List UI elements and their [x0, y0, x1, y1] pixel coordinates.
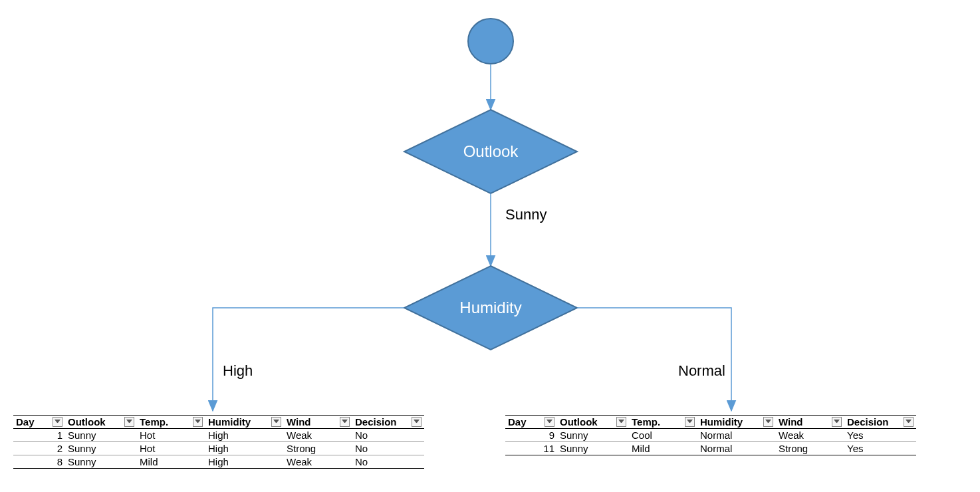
- humidity-label: Humidity: [459, 299, 521, 316]
- col-humidity: Humidity: [205, 416, 284, 429]
- col-wind: Wind: [776, 416, 844, 429]
- cell-decision: Yes: [844, 442, 916, 455]
- filter-dropdown-icon[interactable]: [53, 417, 62, 427]
- filter-dropdown-icon[interactable]: [616, 417, 626, 427]
- col-outlook: Outlook: [65, 416, 137, 429]
- cell-temp: Cool: [629, 429, 697, 442]
- cell-wind: Weak: [776, 429, 844, 442]
- decision-tree-diagram: Outlook Sunny Humidity High Normal DayOu…: [0, 0, 980, 492]
- filter-dropdown-icon[interactable]: [832, 417, 842, 427]
- cell-decision: No: [352, 429, 424, 442]
- filter-dropdown-icon[interactable]: [340, 417, 350, 427]
- table-row: 9SunnyCoolNormalWeakYes: [505, 429, 916, 442]
- cell-decision: No: [352, 442, 424, 455]
- cell-day: 1: [13, 429, 65, 442]
- cell-day: 9: [505, 429, 557, 442]
- edge-humidity-right: [577, 308, 731, 411]
- table-row: 11SunnyMildNormalStrongYes: [505, 442, 916, 455]
- col-decision: Decision: [352, 416, 424, 429]
- cell-wind: Strong: [776, 442, 844, 455]
- table-row: 8SunnyMildHighWeakNo: [13, 455, 424, 469]
- high-humidity-tbody: 1SunnyHotHighWeakNo2SunnyHotHighStrongNo…: [13, 429, 424, 469]
- cell-outlook: Sunny: [557, 429, 629, 442]
- table-header-row: DayOutlookTemp.HumidityWindDecision: [505, 416, 916, 429]
- cell-temp: Hot: [137, 442, 205, 455]
- edge-normal-label: Normal: [678, 362, 725, 379]
- cell-humidity: Normal: [697, 429, 776, 442]
- cell-day: 8: [13, 455, 65, 469]
- cell-outlook: Sunny: [65, 442, 137, 455]
- filter-dropdown-icon[interactable]: [124, 417, 134, 427]
- cell-humidity: High: [205, 455, 284, 469]
- table-header-row: DayOutlookTemp.HumidityWindDecision: [13, 416, 424, 429]
- normal-humidity-tbody: 9SunnyCoolNormalWeakYes11SunnyMildNormal…: [505, 429, 916, 455]
- cell-outlook: Sunny: [557, 442, 629, 455]
- cell-wind: Weak: [284, 455, 352, 469]
- filter-dropdown-icon[interactable]: [412, 417, 422, 427]
- cell-wind: Weak: [284, 429, 352, 442]
- table-row: 1SunnyHotHighWeakNo: [13, 429, 424, 442]
- col-temp: Temp.: [137, 416, 205, 429]
- outlook-label: Outlook: [463, 142, 519, 160]
- cell-decision: No: [352, 455, 424, 469]
- col-temp: Temp.: [629, 416, 697, 429]
- filter-dropdown-icon[interactable]: [193, 417, 203, 427]
- col-decision: Decision: [844, 416, 916, 429]
- cell-humidity: High: [205, 442, 284, 455]
- cell-day: 2: [13, 442, 65, 455]
- col-day: Day: [13, 416, 65, 429]
- cell-humidity: High: [205, 429, 284, 442]
- filter-dropdown-icon[interactable]: [904, 417, 914, 427]
- cell-temp: Mild: [629, 442, 697, 455]
- col-wind: Wind: [284, 416, 352, 429]
- filter-dropdown-icon[interactable]: [685, 417, 695, 427]
- cell-humidity: Normal: [697, 442, 776, 455]
- cell-decision: Yes: [844, 429, 916, 442]
- cell-day: 11: [505, 442, 557, 455]
- col-outlook: Outlook: [557, 416, 629, 429]
- edge-high-label: High: [223, 362, 253, 379]
- normal-humidity-table: DayOutlookTemp.HumidityWindDecision 9Sun…: [505, 415, 916, 455]
- high-humidity-table: DayOutlookTemp.HumidityWindDecision 1Sun…: [13, 415, 424, 469]
- cell-temp: Hot: [137, 429, 205, 442]
- filter-dropdown-icon[interactable]: [545, 417, 554, 427]
- edge-sunny-label: Sunny: [505, 206, 547, 223]
- cell-outlook: Sunny: [65, 455, 137, 469]
- cell-temp: Mild: [137, 455, 205, 469]
- filter-dropdown-icon[interactable]: [763, 417, 773, 427]
- col-humidity: Humidity: [697, 416, 776, 429]
- table-row: 2SunnyHotHighStrongNo: [13, 442, 424, 455]
- edge-humidity-left: [213, 308, 404, 411]
- start-node: [468, 19, 513, 64]
- cell-wind: Strong: [284, 442, 352, 455]
- filter-dropdown-icon[interactable]: [271, 417, 281, 427]
- col-day: Day: [505, 416, 557, 429]
- cell-outlook: Sunny: [65, 429, 137, 442]
